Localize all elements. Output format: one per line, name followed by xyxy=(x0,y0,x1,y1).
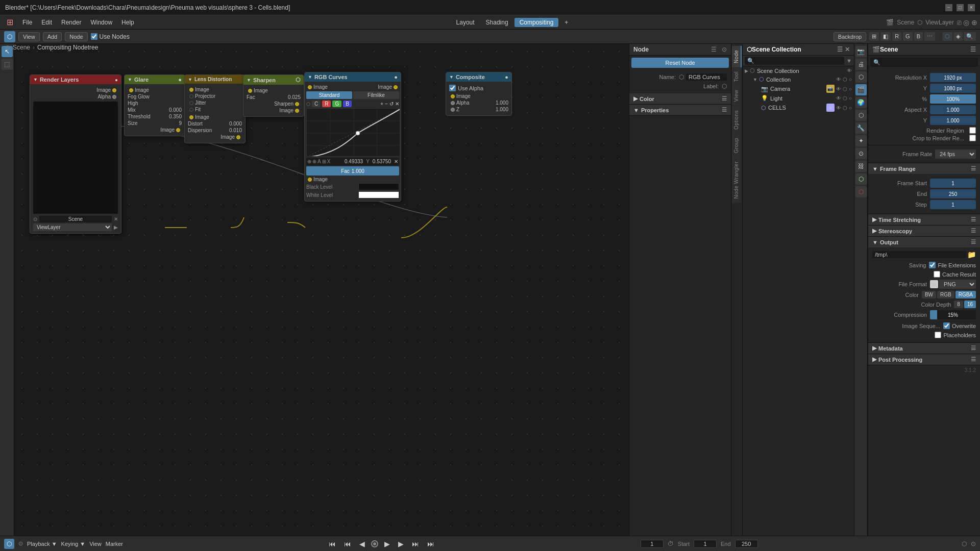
curves-reset-point[interactable]: ✕ xyxy=(394,159,398,164)
properties-section-header[interactable]: ▼ Properties ☰ xyxy=(629,105,731,115)
glare-in-socket[interactable] xyxy=(129,88,133,92)
sharpen-out-socket[interactable] xyxy=(295,102,299,106)
view-menu[interactable]: View xyxy=(89,541,102,547)
props-world-icon[interactable]: 🌍 xyxy=(855,97,867,108)
tree-item-scene-collection[interactable]: ▶ ⬡ Scene Collection 👁 xyxy=(743,66,854,75)
toolbar-view[interactable]: View xyxy=(18,32,40,41)
cam-vis2[interactable]: ⬡ xyxy=(843,86,847,92)
node-editor[interactable]: ▼ Render Layers ● Image Alpha ⊙ ✕ xyxy=(14,44,629,536)
props-object-icon[interactable]: ⬡ xyxy=(855,110,867,121)
curves-close-icon[interactable]: ✕ xyxy=(395,101,399,107)
props-material-icon[interactable]: ⬡ xyxy=(855,186,867,197)
glare-close[interactable]: ● xyxy=(178,77,182,83)
curves-reset-icon[interactable]: ↺ xyxy=(389,101,394,107)
node-render-layers[interactable]: ▼ Render Layers ● Image Alpha ⊙ ✕ xyxy=(30,74,121,234)
placeholders-cb[interactable] xyxy=(935,332,941,338)
color-menu[interactable]: ☰ xyxy=(722,95,727,102)
props-scene-icon[interactable]: 🎬 xyxy=(855,84,867,95)
props-output-icon[interactable]: 🖨 xyxy=(855,59,867,70)
bc-ctrl-icons[interactable]: ⋯ xyxy=(924,32,935,41)
col-vis3[interactable]: ○ xyxy=(849,77,852,82)
tab-shading[interactable]: Shading xyxy=(481,18,513,27)
menu-edit[interactable]: Edit xyxy=(37,18,56,27)
node-sharpen[interactable]: ▼ Sharpen ⬡ Image Fac 0.025 Sharpen xyxy=(243,74,304,117)
cells-vis3[interactable]: ○ xyxy=(849,105,852,111)
curves-c-icon[interactable]: ⬡ xyxy=(306,102,310,107)
vtab-node[interactable]: Node xyxy=(732,46,742,67)
curves-out-socket[interactable] xyxy=(394,85,398,89)
curves-in-socket[interactable] xyxy=(308,85,312,89)
btn-prev-keyframe[interactable]: ⏮ xyxy=(342,539,353,549)
menu-window[interactable]: Window xyxy=(86,18,116,27)
scene-search[interactable] xyxy=(870,58,978,67)
btn-last-frame[interactable]: ⏭ xyxy=(425,539,436,549)
render-region-cb[interactable] xyxy=(969,127,976,134)
backdrop-button[interactable]: Backdrop xyxy=(834,32,866,41)
props-view-layer-icon[interactable]: ⬡ xyxy=(855,71,867,83)
sharpen-in-socket[interactable] xyxy=(248,89,252,93)
bc-ctrl-2[interactable]: ◧ xyxy=(880,32,891,41)
tree-item-cells[interactable]: ⬡ CELLS 8 👁 ⬡ ○ xyxy=(743,103,854,113)
curves-c-btn[interactable]: C xyxy=(312,101,321,107)
curves-g-btn[interactable]: G xyxy=(332,101,341,107)
node-panel-menu[interactable]: ☰ xyxy=(711,46,717,53)
sharpen-icon[interactable]: ⬡ xyxy=(296,77,301,83)
light-vis2[interactable]: ⬡ xyxy=(843,95,847,101)
rl-image-socket[interactable] xyxy=(112,88,116,92)
cells-vis2[interactable]: ⬡ xyxy=(843,105,847,111)
btn-play[interactable]: ▶ xyxy=(382,539,392,549)
marker-menu[interactable]: Marker xyxy=(106,541,123,547)
color-rgb-btn[interactable]: RGB xyxy=(937,291,954,298)
scene-panel-menu[interactable]: ☰ xyxy=(970,46,976,53)
tree-item-camera[interactable]: 📷 Camera 📷 👁 ⬡ ○ xyxy=(743,84,854,94)
node-glare[interactable]: ▼ Glare ● Image Fog Glow High Mix 0 xyxy=(124,74,185,136)
overwrite-cb[interactable] xyxy=(943,322,950,329)
view-mode-active[interactable]: ⬡ xyxy=(942,32,952,41)
composite-use-alpha[interactable] xyxy=(449,85,456,91)
pp-header[interactable]: ▶ Post Processing ☰ xyxy=(868,354,980,365)
breadcrumb-scene[interactable]: Scene xyxy=(13,44,30,51)
output-browse[interactable]: 📁 xyxy=(967,251,976,259)
cd-8-btn[interactable]: 8 xyxy=(954,300,963,308)
bc-ctrl-r[interactable]: R xyxy=(892,32,901,41)
vtab-tool[interactable]: Tool xyxy=(732,67,742,86)
tab-layout[interactable]: Layout xyxy=(451,18,480,27)
outline-menu[interactable]: ☰ xyxy=(837,46,843,53)
meta-header[interactable]: ▶ Metadata ☰ xyxy=(868,343,980,354)
stereo-header[interactable]: ▶ Stereoscopy ☰ xyxy=(868,226,980,236)
frame-range-header[interactable]: ▼ Frame Range ☰ xyxy=(868,163,980,174)
minimize-button[interactable]: − xyxy=(945,4,952,11)
menu-file[interactable]: File xyxy=(18,18,36,27)
menu-help[interactable]: Help xyxy=(117,18,138,27)
rl-clear-icon[interactable]: ✕ xyxy=(114,216,118,222)
btn-next-keyframe[interactable]: ⏭ xyxy=(410,539,421,549)
btn-prev-frame[interactable]: ◀ xyxy=(357,539,367,549)
time-stretching-header[interactable]: ▶ Time Stretching ☰ xyxy=(868,214,980,225)
use-nodes-toggle[interactable]: Use Nodes xyxy=(91,33,130,40)
ld-proj-socket[interactable] xyxy=(189,94,193,98)
playback-menu[interactable]: Playback ▼ xyxy=(27,541,57,547)
menu-render[interactable]: Render xyxy=(57,18,85,27)
output-header[interactable]: ▼ Output ☰ xyxy=(868,237,980,247)
frame-rate-select[interactable]: 24 fps xyxy=(935,149,976,159)
window-controls[interactable]: − □ × xyxy=(945,4,975,11)
rl-scene-field[interactable] xyxy=(39,216,112,222)
ld-fit-socket[interactable] xyxy=(189,108,193,112)
curves-b-btn[interactable]: B xyxy=(343,101,352,107)
cam-vis1[interactable]: 👁 xyxy=(836,86,841,92)
fr-range-menu[interactable]: ☰ xyxy=(971,165,976,172)
properties-menu[interactable]: ☰ xyxy=(722,107,727,113)
color-section-header[interactable]: ▶ Color ☰ xyxy=(629,93,731,104)
outline-filter-icon[interactable]: ▼ xyxy=(846,58,852,64)
search-icon[interactable]: 🔍 xyxy=(964,32,976,41)
tab-add[interactable]: + xyxy=(559,18,573,27)
file-ext-cb[interactable] xyxy=(929,262,936,268)
tree-item-collection[interactable]: ▼ ⬡ Collection 👁 ⬡ ○ xyxy=(743,75,854,84)
toolbar-node[interactable]: Node xyxy=(65,32,87,41)
ld-img2-socket[interactable] xyxy=(189,115,193,119)
vtab-node-wrangler[interactable]: Node Wrangler xyxy=(732,157,742,203)
outline-search[interactable] xyxy=(745,57,844,65)
vtab-options[interactable]: Options xyxy=(732,106,742,134)
toolbar-add[interactable]: Add xyxy=(43,32,62,41)
tree-item-light[interactable]: 💡 Light 👁 ⬡ ○ xyxy=(743,94,854,103)
